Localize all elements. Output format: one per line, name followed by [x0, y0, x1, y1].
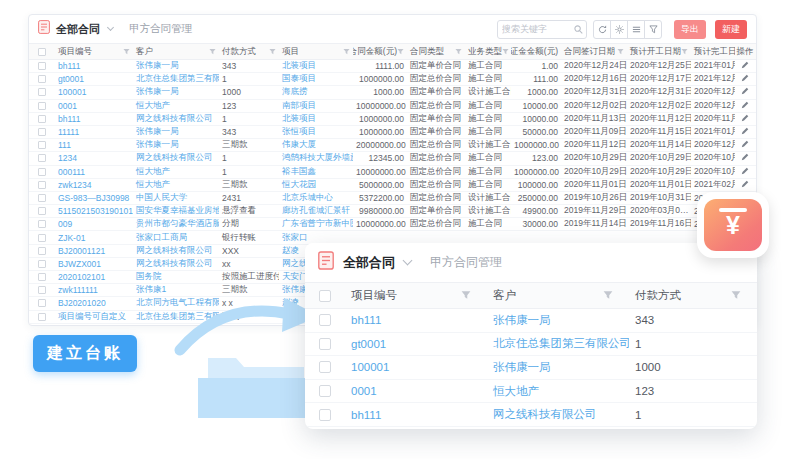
cell-customer[interactable]: 张伟康一局 [133, 126, 219, 138]
cell-project[interactable]: 北装项目 [279, 60, 353, 72]
cell-project[interactable]: 鸿鹄科技大厦外墙施工项目 [279, 152, 353, 164]
cell-project-code[interactable]: 100001 [345, 361, 487, 373]
cell-project-code[interactable]: 111 [55, 140, 133, 150]
filter-funnel-icon[interactable] [269, 47, 276, 57]
select-all-checkbox[interactable] [38, 48, 46, 56]
chevron-down-icon[interactable] [107, 24, 114, 31]
cell-project-code[interactable]: bh111 [345, 409, 487, 421]
refresh-button[interactable] [593, 20, 611, 39]
search-icon[interactable] [574, 20, 583, 38]
table-row[interactable]: bh111 网之线科技有限公司 1 [305, 403, 757, 427]
edit-pencil-icon[interactable] [741, 87, 749, 97]
cell-project[interactable]: 南部项目 [279, 100, 353, 112]
table-row[interactable]: zwk1234 恒大地产 三期款 恒大花园 5000000.00 固定总价合同 … [29, 179, 756, 192]
row-checkbox[interactable] [38, 234, 46, 242]
edit-pencil-icon[interactable] [741, 61, 749, 71]
table-row[interactable]: 1234 网之线科技有限公司 1 鸿鹄科技大厦外墙施工项目 12345.00 固… [29, 152, 756, 165]
cell-project-code[interactable]: 2020102101 [55, 272, 133, 282]
cell-project[interactable]: 北装项目 [279, 113, 353, 125]
filter-funnel-icon[interactable] [502, 47, 509, 57]
settings-gear-button[interactable] [610, 20, 628, 39]
cell-project-code[interactable]: gt0001 [55, 74, 133, 84]
cell-project-code[interactable]: 项目编号可自定义 [55, 311, 133, 323]
row-checkbox[interactable] [38, 194, 46, 202]
row-checkbox[interactable] [38, 154, 46, 162]
cell-customer[interactable]: 网之线科技有限公司 [133, 113, 219, 125]
cell-project-code[interactable]: gt0001 [345, 338, 487, 350]
cell-customer[interactable]: 中国人民大学 [133, 192, 219, 204]
cell-project[interactable]: 广东省普宁市新中医医院… [279, 218, 353, 230]
cell-customer[interactable]: 张伟康一局 [487, 313, 629, 328]
table-row[interactable]: 100001 张伟康一局 1000 海底捞 1000.00 固定单价合同 设计施… [29, 86, 756, 99]
cell-project-code[interactable]: 11111 [55, 127, 133, 137]
cell-project-code[interactable]: bh111 [345, 314, 487, 326]
row-checkbox[interactable] [38, 273, 46, 281]
cell-project-code[interactable]: 5115021503190101 [55, 206, 133, 216]
row-checkbox[interactable] [38, 141, 46, 149]
create-ledger-button[interactable]: 建立台账 [33, 335, 137, 372]
filter-funnel-icon[interactable] [123, 47, 130, 57]
table-row[interactable]: 111 张伟康一局 三期款 伟康大厦 20000000.00 固定总价合同 设计… [29, 139, 756, 152]
cell-customer[interactable]: 网之线科技有限公司 [487, 407, 629, 422]
edit-pencil-icon[interactable] [741, 101, 749, 111]
table-row[interactable]: bh111 网之线科技有限公司 1 北装项目 1000000.00 固定单价合同… [29, 113, 756, 126]
cell-project[interactable]: 伟康大厦 [279, 139, 353, 151]
chevron-down-icon[interactable] [403, 256, 413, 266]
columns-menu-button[interactable] [627, 20, 645, 39]
table-row[interactable]: 009 贵州市都匀豪华酒店服务有… 分期 广东省普宁市新中医医院… 100000… [29, 218, 756, 231]
table-row[interactable]: bh111 张伟康一局 343 [305, 309, 757, 333]
cell-customer[interactable]: 张伟康一局 [487, 360, 629, 375]
edit-pencil-icon[interactable] [741, 153, 749, 163]
cell-project-code[interactable]: 0001 [55, 101, 133, 111]
cell-customer[interactable]: 恒大地产 [133, 179, 219, 191]
row-checkbox[interactable] [38, 299, 46, 307]
row-checkbox[interactable] [38, 247, 46, 255]
table-row[interactable]: gt0001 北京住总集团第三有限公司 1 [305, 333, 757, 357]
cell-customer[interactable]: 北京住总集团第三有限公司 [133, 73, 219, 85]
cell-customer[interactable]: 张伟康一局 [133, 86, 219, 98]
cell-customer[interactable]: 恒大地产 [133, 100, 219, 112]
cell-customer[interactable]: 网之线科技有限公司 [133, 152, 219, 164]
row-checkbox[interactable] [38, 220, 46, 228]
cell-project-code[interactable]: GS-983—BJ30998 [55, 193, 133, 203]
row-checkbox[interactable] [38, 88, 46, 96]
table-row[interactable]: GS-983—BJ30998 中国人民大学 2431 北京乐城中心 537220… [29, 192, 756, 205]
cell-project-code[interactable]: BJWZX001 [55, 259, 133, 269]
row-checkbox[interactable] [319, 385, 331, 397]
filter-funnel-icon[interactable] [603, 290, 613, 302]
cell-project-code[interactable]: ZJK-01 [55, 233, 133, 243]
table-row[interactable]: bh111 张伟康一局 343 北装项目 1111.00 固定单价合同 施工合同… [29, 60, 756, 73]
filter-funnel-icon[interactable] [681, 47, 688, 57]
edit-pencil-icon[interactable] [741, 167, 749, 177]
cell-customer[interactable]: 张家口工商局 [133, 232, 219, 244]
table-row[interactable]: 0001 恒大地产 123 [305, 380, 757, 404]
edit-pencil-icon[interactable] [741, 140, 749, 150]
cell-customer[interactable]: 张伟康一局 [133, 139, 219, 151]
search-input[interactable] [502, 24, 574, 34]
table-row[interactable]: 100001 张伟康一局 1000 [305, 356, 757, 380]
filter-funnel-icon[interactable] [461, 290, 471, 302]
select-all-checkbox[interactable] [319, 290, 331, 302]
cell-project[interactable]: 国泰项目 [279, 73, 353, 85]
row-checkbox[interactable] [38, 115, 46, 123]
cell-customer[interactable]: 北京住总集团第三有限公司 [487, 336, 629, 351]
row-checkbox[interactable] [38, 128, 46, 136]
table-row[interactable]: 5115021503190101 国安华夏幸福基业房地产… 悬浮查看 廊坊孔雀城… [29, 205, 756, 218]
filter-funnel-icon[interactable] [397, 47, 404, 57]
row-checkbox[interactable] [38, 260, 46, 268]
cell-project-code[interactable]: 1234 [55, 153, 133, 163]
cell-customer[interactable]: 贵州市都匀豪华酒店服务有… [133, 218, 219, 230]
table-row[interactable]: 000111 恒大地产 1 裕丰国鑫 10000000.00 固定总价合同 施工… [29, 166, 756, 179]
cell-project-code[interactable]: BJ20001121 [55, 246, 133, 256]
filter-funnel-icon[interactable] [617, 47, 624, 57]
cell-customer[interactable]: 恒大地产 [487, 384, 629, 399]
edit-pencil-icon[interactable] [741, 180, 749, 190]
row-checkbox[interactable] [38, 181, 46, 189]
row-checkbox[interactable] [38, 75, 46, 83]
cell-project-code[interactable]: bh111 [55, 114, 133, 124]
row-checkbox[interactable] [319, 409, 331, 421]
filter-funnel-icon[interactable] [455, 47, 462, 57]
cell-customer[interactable]: 网之线科技有限公司 [133, 258, 219, 270]
export-button[interactable]: 导出 [674, 20, 706, 39]
table-row[interactable]: 0001 恒大地产 123 南部项目 10000000.00 固定总价合同 施工… [29, 100, 756, 113]
